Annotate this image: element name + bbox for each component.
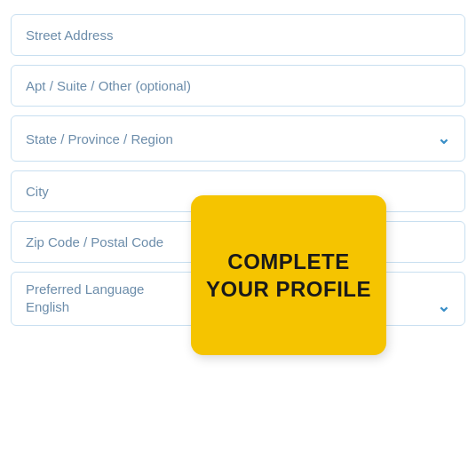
zip-code-placeholder: Zip Code / Postal Code — [26, 234, 163, 249]
tooltip-text: COMPLETE YOUR PROFILE — [206, 248, 371, 303]
tooltip-line1: COMPLETE — [227, 249, 349, 273]
state-province-placeholder: State / Province / Region — [26, 131, 173, 146]
complete-profile-tooltip: COMPLETE YOUR PROFILE — [191, 195, 386, 355]
preferred-language-value: English — [26, 299, 69, 314]
apt-suite-placeholder: Apt / Suite / Other (optional) — [26, 78, 191, 93]
state-province-chevron-icon: ⌄ — [437, 129, 450, 148]
city-placeholder: City — [26, 184, 49, 199]
street-address-field[interactable]: Street Address — [11, 14, 465, 56]
street-address-placeholder: Street Address — [26, 28, 113, 43]
tooltip-line2: YOUR PROFILE — [206, 277, 371, 301]
preferred-language-chevron-icon: ⌄ — [437, 297, 450, 316]
state-province-dropdown[interactable]: State / Province / Region ⌄ — [11, 115, 465, 162]
apt-suite-field[interactable]: Apt / Suite / Other (optional) — [11, 65, 465, 107]
preferred-language-label: Preferred Language — [26, 281, 144, 297]
